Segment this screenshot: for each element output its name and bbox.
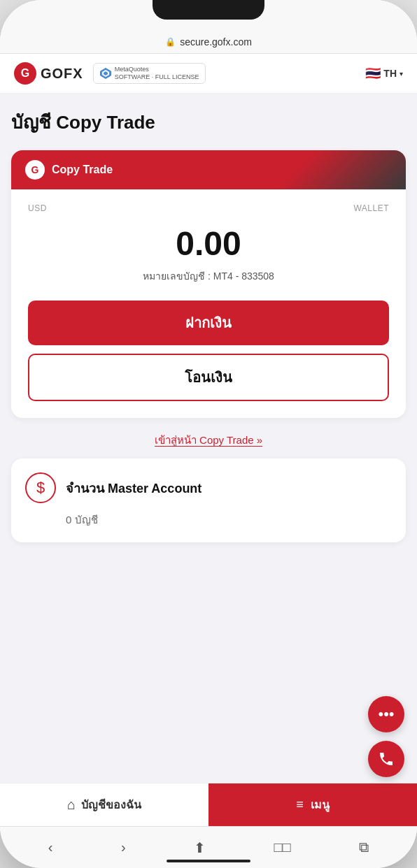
card-header: G Copy Trade bbox=[11, 150, 406, 189]
info-value: 0 บัญชี bbox=[66, 512, 392, 528]
gofx-logo: G GOFX bbox=[14, 62, 83, 85]
metaquotes-badge: MetaQuotes SOFTWARE · FULL LICENSE bbox=[93, 63, 206, 84]
language-text: TH bbox=[383, 68, 397, 79]
chevron-down-icon: ▾ bbox=[400, 70, 403, 78]
url-bar: 🔒 secure.gofx.com bbox=[0, 31, 417, 54]
page-title: บัญชี Copy Trade bbox=[11, 108, 406, 136]
bottom-nav: ⌂ บัญชีของฉัน ≡ เมนู bbox=[0, 783, 417, 826]
browser-bookmark-button[interactable]: □□ bbox=[269, 834, 297, 861]
balance-amount: 0.00 bbox=[28, 224, 389, 263]
browser-back-button[interactable]: ‹ bbox=[43, 834, 59, 861]
wallet-label: WALLET bbox=[353, 203, 389, 213]
browser-forward-button[interactable]: › bbox=[115, 834, 132, 861]
metaquotes-icon bbox=[99, 67, 112, 80]
deposit-button[interactable]: ฝากเงิน bbox=[28, 301, 389, 345]
card-header-title: Copy Trade bbox=[52, 164, 113, 176]
info-card: $ จำนวน Master Account 0 บัญชี bbox=[11, 458, 406, 542]
gofx-logo-text: GOFX bbox=[41, 66, 83, 82]
gofx-logo-icon: G bbox=[14, 62, 36, 85]
info-title: จำนวน Master Account bbox=[66, 478, 202, 498]
header-left: G GOFX MetaQuotes SOFTWARE · FULL LICENS… bbox=[14, 62, 206, 85]
metaquotes-text: MetaQuotes SOFTWARE · FULL LICENSE bbox=[115, 66, 199, 81]
home-icon: ⌂ bbox=[67, 797, 76, 813]
menu-icon: ≡ bbox=[296, 797, 304, 812]
fab-dots-button[interactable]: ••• bbox=[368, 696, 404, 732]
header-right[interactable]: 🇹🇭 TH ▾ bbox=[365, 66, 403, 81]
notch bbox=[153, 0, 264, 20]
copy-trade-anchor[interactable]: เข้าสู่หน้า Copy Trade » bbox=[155, 434, 262, 447]
transfer-button[interactable]: โอนเงิน bbox=[28, 354, 389, 401]
account-card: G Copy Trade USD WALLET 0.00 หมายเลขบัญช… bbox=[11, 150, 406, 418]
card-header-icon: G bbox=[25, 160, 45, 180]
card-body: USD WALLET 0.00 หมายเลขบัญชี : MT4 - 833… bbox=[11, 189, 406, 418]
my-account-text: บัญชีของฉัน bbox=[81, 796, 141, 813]
info-row: $ จำนวน Master Account bbox=[25, 472, 392, 503]
browser-tabs-button[interactable]: ⧉ bbox=[353, 834, 374, 861]
card-g-icon: G bbox=[31, 164, 39, 175]
fab-container: ••• bbox=[368, 696, 404, 777]
account-number: หมายเลขบัญชี : MT4 - 833508 bbox=[28, 268, 389, 284]
card-labels: USD WALLET bbox=[28, 203, 389, 213]
fab-phone-button[interactable] bbox=[368, 741, 404, 777]
lock-icon: 🔒 bbox=[165, 37, 176, 47]
nav-menu[interactable]: ≡ เมนู bbox=[208, 783, 417, 826]
browser-share-button[interactable]: ⬆ bbox=[188, 834, 211, 862]
copy-trade-link[interactable]: เข้าสู่หน้า Copy Trade » bbox=[11, 432, 406, 449]
phone-frame: 🔒 secure.gofx.com G GOFX MetaQuotes SOFT… bbox=[0, 0, 417, 868]
menu-text: เมนู bbox=[311, 796, 330, 813]
main-content: บัญชี Copy Trade G Copy Trade USD WALLET… bbox=[0, 94, 417, 783]
usd-label: USD bbox=[28, 203, 47, 213]
app-header: G GOFX MetaQuotes SOFTWARE · FULL LICENS… bbox=[0, 54, 417, 94]
home-indicator bbox=[167, 860, 250, 862]
url-text: secure.gofx.com bbox=[180, 36, 252, 48]
dollar-circle-icon: $ bbox=[25, 472, 56, 503]
flag-icon: 🇹🇭 bbox=[365, 66, 381, 81]
nav-my-account[interactable]: ⌂ บัญชีของฉัน bbox=[0, 783, 208, 826]
